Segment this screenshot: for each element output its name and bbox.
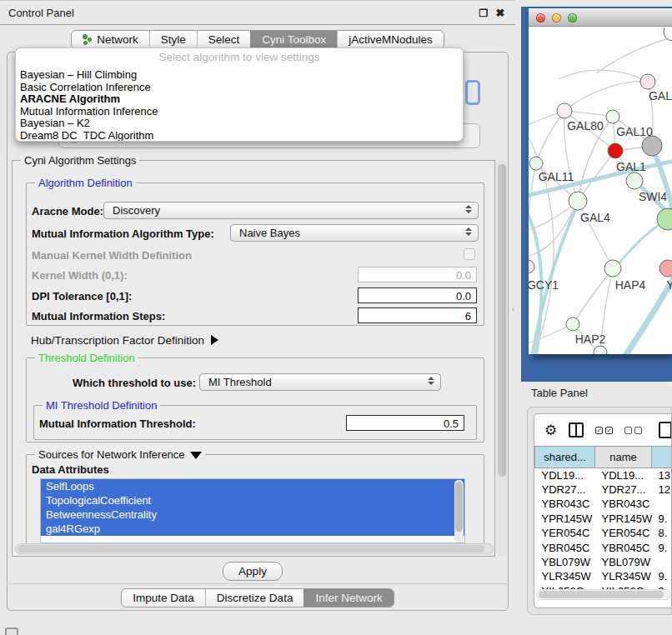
- network-icon: [83, 34, 93, 45]
- close-traffic-light[interactable]: [536, 13, 545, 22]
- tab-network[interactable]: Network: [72, 31, 149, 48]
- data-attributes-label: Data Attributes: [32, 463, 109, 476]
- dropdown-item[interactable]: ARACNE Algorithm: [16, 93, 463, 106]
- network-canvas[interactable]: GALGAL80GAL10GAL1SWI4GAL11GAL4GCY1HAP4YH…: [529, 28, 672, 354]
- network-node[interactable]: [626, 172, 643, 189]
- mi-threshold-title: MI Threshold Definition: [43, 399, 160, 412]
- which-threshold-combo[interactable]: MI Threshold: [199, 373, 441, 391]
- network-node[interactable]: [657, 208, 672, 230]
- network-node[interactable]: [594, 346, 607, 354]
- network-node[interactable]: [604, 260, 621, 277]
- attribute-item[interactable]: TopologicalCoefficient: [41, 493, 464, 508]
- subtab-discretize-data[interactable]: Discretize Data: [205, 589, 304, 607]
- deselect-all-icon[interactable]: [624, 427, 642, 434]
- select-all-icon[interactable]: ✓✓: [595, 427, 613, 434]
- tab-jactivemnodules[interactable]: jActiveMNodules: [337, 31, 444, 48]
- table-row[interactable]: YLR345WYLR345W9.: [535, 569, 672, 583]
- columns-icon[interactable]: [569, 422, 584, 438]
- node-table[interactable]: shared...nameA YDL19...YDL19...13YDR27..…: [534, 446, 672, 598]
- network-node[interactable]: [529, 157, 543, 170]
- gear-icon[interactable]: ⚙: [544, 423, 557, 438]
- network-node[interactable]: [606, 110, 619, 123]
- attribute-item[interactable]: gal4RGexp: [41, 522, 464, 536]
- table-toolbar: ⚙ ✓✓: [534, 414, 672, 446]
- dpi-tolerance-label: DPI Tolerance [0,1]:: [32, 290, 132, 302]
- network-node[interactable]: [608, 143, 623, 158]
- control-panel: Control Panel ❐ ✖ NetworkStyleSelectCyni…: [0, 0, 515, 617]
- subtab-infer-network[interactable]: Infer Network: [303, 589, 393, 607]
- apply-button[interactable]: Apply: [223, 562, 283, 581]
- dropdown-prompt: Select algorithm to view settings: [16, 48, 463, 69]
- network-node[interactable]: [664, 28, 672, 41]
- table-row[interactable]: YDL19...YDL19...13: [535, 468, 672, 482]
- network-window-titlebar[interactable]: [529, 8, 672, 27]
- network-node[interactable]: [566, 318, 579, 331]
- column-header[interactable]: A: [652, 447, 672, 468]
- attribute-item[interactable]: BetweennessCentrality: [41, 508, 464, 522]
- dropdown-item[interactable]: Dream8 DC_TDC Algorithm: [16, 130, 463, 142]
- settings-horizontal-scrollbar[interactable]: [15, 543, 494, 554]
- spinner-arrows-icon: [465, 205, 472, 213]
- column-header[interactable]: shared...: [535, 447, 595, 468]
- table-row[interactable]: YBR045CYBR045C9.: [535, 540, 672, 554]
- table-row[interactable]: YBL079WYBL079W: [535, 555, 672, 569]
- mi-threshold-group: MI Threshold Definition Mutual Informati…: [33, 405, 477, 440]
- tab-select[interactable]: Select: [197, 31, 251, 48]
- node-label: GAL80: [567, 119, 604, 132]
- minimize-traffic-light[interactable]: [552, 13, 561, 22]
- table-card: ⚙ ✓✓ shared...nameA YDL19...YDL19...13YD…: [534, 413, 672, 608]
- aracne-mode-combo[interactable]: Discovery: [103, 202, 479, 219]
- top-tabs: NetworkStyleSelectCyni ToolboxjActiveMNo…: [0, 30, 515, 49]
- mi-threshold-field[interactable]: 0.5: [346, 415, 464, 431]
- manual-kernel-label: Manual Kernel Width Definition: [32, 249, 192, 262]
- network-node[interactable]: [642, 136, 662, 156]
- table-row[interactable]: YDR27...YDR27...12: [535, 482, 672, 497]
- minimized-panel-icon[interactable]: [5, 628, 18, 635]
- kernel-width-field[interactable]: 0.0: [358, 267, 477, 282]
- dropdown-item[interactable]: Mutual Information Inference: [16, 106, 463, 118]
- table-row[interactable]: YER054CYER054C8.: [535, 526, 672, 540]
- attribute-item[interactable]: SelfLoops: [41, 479, 464, 493]
- hub-definition-toggle[interactable]: Hub/Transcription Factor Definition: [31, 334, 218, 347]
- dropdown-item[interactable]: Bayesian – Hill Climbing: [16, 69, 463, 82]
- sources-title[interactable]: Sources for Network Inference: [35, 448, 205, 461]
- mi-type-label: Mutual Information Algorithm Type:: [32, 228, 214, 240]
- float-window-icon[interactable]: ❐: [477, 7, 490, 20]
- dropdown-item[interactable]: Basic Correlation Inference: [16, 82, 463, 94]
- algorithm-dropdown-popup: Select algorithm to view settings Bayesi…: [15, 48, 464, 142]
- close-icon[interactable]: ✖: [494, 7, 507, 20]
- tab-cyni-toolbox[interactable]: Cyni Toolbox: [250, 31, 337, 48]
- mi-steps-label: Mutual Information Steps:: [32, 310, 165, 322]
- network-node[interactable]: [640, 74, 655, 89]
- network-view-window[interactable]: GALGAL80GAL10GAL1SWI4GAL11GAL4GCY1HAP4YH…: [529, 8, 672, 354]
- table-row[interactable]: YBR043CYBR043C: [535, 497, 672, 511]
- split-pane-arrow[interactable]: ‹: [512, 305, 514, 313]
- dropdown-item[interactable]: Bayesian – K2: [16, 118, 463, 130]
- manual-kernel-checkbox[interactable]: [464, 248, 475, 260]
- inference-algorithm-combo-fragment[interactable]: [465, 80, 480, 105]
- dpi-tolerance-field[interactable]: 0.0: [358, 288, 477, 303]
- table-horizontal-scrollbar[interactable]: [536, 589, 671, 600]
- node-label: GAL: [649, 89, 672, 102]
- threshold-definition-group: Threshold Definition Which threshold to …: [26, 358, 484, 442]
- node-label: HAP2: [575, 332, 606, 346]
- network-node[interactable]: [529, 260, 534, 273]
- list-scrollbar[interactable]: [454, 480, 464, 543]
- network-node[interactable]: [659, 260, 672, 277]
- tab-style[interactable]: Style: [149, 31, 197, 48]
- document-icon[interactable]: [659, 422, 672, 438]
- subtab-impute-data[interactable]: Impute Data: [122, 589, 205, 607]
- node-label: SWI4: [639, 190, 667, 203]
- which-threshold-label: Which threshold to use:: [73, 377, 196, 389]
- network-node[interactable]: [569, 192, 587, 210]
- mi-type-combo[interactable]: Naive Bayes: [230, 224, 479, 242]
- settings-vertical-scrollbar[interactable]: [497, 160, 507, 557]
- mi-steps-field[interactable]: 6: [358, 308, 477, 323]
- collapsed-arrow-icon: [211, 335, 218, 345]
- panel-title: Control Panel: [8, 7, 74, 19]
- table-row[interactable]: YPR145WYPR145W9.: [535, 512, 672, 526]
- column-header[interactable]: name: [595, 447, 652, 468]
- zoom-traffic-light[interactable]: [568, 13, 577, 22]
- network-node[interactable]: [557, 103, 572, 118]
- data-attributes-list[interactable]: SelfLoopsTopologicalCoefficientBetweenne…: [40, 478, 465, 543]
